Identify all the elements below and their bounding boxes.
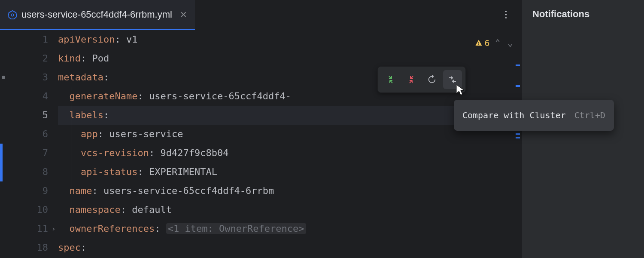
code-area[interactable]: 6 ⌃ ⌄ apiVersion: v1kind: Podmetadata: g…: [56, 30, 522, 258]
code-line[interactable]: kind: Pod: [58, 49, 522, 68]
breakpoint-gutter-dot[interactable]: [2, 76, 5, 79]
editor-tab[interactable]: users-service-65ccf4ddf4-6rrbm.yml ✕: [0, 0, 195, 30]
kubernetes-icon: [8, 10, 17, 19]
push-to-cluster-button[interactable]: [381, 70, 400, 89]
code-line[interactable]: labels:: [58, 106, 522, 125]
tab-filename: users-service-65ccf4ddf4-6rrbm.yml: [21, 9, 172, 20]
pull-from-cluster-button[interactable]: [402, 70, 421, 89]
svg-point-1: [11, 14, 14, 16]
mouse-cursor: [456, 83, 466, 102]
close-tab-icon[interactable]: ✕: [180, 9, 187, 20]
code-editor[interactable]: 1234567891011›18 6 ⌃ ⌄ apiVersion: v1kin…: [0, 30, 522, 258]
fold-toggle-icon[interactable]: ›: [51, 219, 56, 238]
code-line[interactable]: name: users-service-65ccf4ddf4-6rrbm: [58, 181, 522, 200]
line-number: 3: [0, 68, 48, 87]
tooltip: Compare with Cluster Ctrl+D: [454, 100, 614, 131]
line-number: 18: [0, 238, 48, 257]
line-number: 7: [0, 144, 48, 163]
tab-options-menu[interactable]: ⋯: [501, 10, 512, 20]
kubernetes-toolbar: [377, 66, 466, 93]
code-line[interactable]: spec:: [58, 238, 522, 257]
line-number: 4: [0, 87, 48, 106]
code-line[interactable]: namespace: default: [58, 200, 522, 219]
code-line[interactable]: app: users-service: [58, 125, 522, 144]
code-line[interactable]: apiVersion: v1: [58, 30, 522, 49]
code-line[interactable]: vcs-revision: 9d427f9c8b04: [58, 144, 522, 163]
notifications-title: Notifications: [532, 9, 634, 20]
line-number: 1: [0, 30, 48, 49]
code-line[interactable]: ownerReferences: <1 item: OwnerReference…: [58, 219, 522, 238]
line-number: 8: [0, 163, 48, 181]
line-number: 10: [0, 200, 48, 219]
refresh-button[interactable]: [422, 70, 441, 89]
tab-bar: users-service-65ccf4ddf4-6rrbm.yml ✕ ⋯: [0, 0, 522, 30]
line-gutter: 1234567891011›18: [0, 30, 56, 258]
code-line[interactable]: api-status: EXPERIMENTAL: [58, 163, 522, 181]
line-number: 2: [0, 49, 48, 68]
change-marker: [0, 144, 3, 181]
line-number: 9: [0, 181, 48, 200]
tooltip-label: Compare with Cluster: [462, 106, 566, 125]
line-number: 11›: [0, 219, 48, 238]
tooltip-shortcut: Ctrl+D: [574, 106, 605, 125]
line-number: 5: [0, 106, 48, 125]
line-number: 6: [0, 125, 48, 144]
svg-marker-0: [8, 10, 17, 18]
